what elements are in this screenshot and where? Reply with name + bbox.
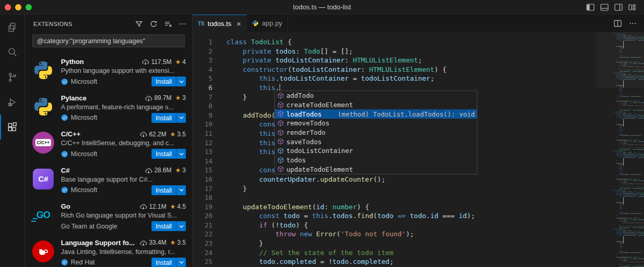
star-icon: ★ xyxy=(170,203,176,210)
minimap-slider[interactable] xyxy=(596,32,644,88)
extension-row[interactable]: Python117.5M★4Python language support wi… xyxy=(25,53,192,89)
line-number: 16 xyxy=(193,175,212,184)
downloads-icon xyxy=(140,131,147,137)
install-dropdown-button[interactable] xyxy=(176,149,186,159)
code-line[interactable]: 20 const todo = this.todos.find(todo => … xyxy=(193,211,596,221)
customize-layout-icon[interactable] xyxy=(628,3,637,11)
rating-value: 3 xyxy=(182,94,186,101)
minimap[interactable]: class TodoList { private todos: Todo[] =… xyxy=(596,32,644,267)
toggle-primary-sidebar-icon[interactable] xyxy=(586,3,595,11)
line-number: 25 xyxy=(193,257,212,266)
code-line[interactable]: 17 } xyxy=(193,184,596,194)
downloads-icon xyxy=(140,239,147,246)
chevron-down-icon xyxy=(179,188,184,192)
suggest-item[interactable]: removeTodos xyxy=(275,119,477,128)
extension-logo-icon: GO xyxy=(32,204,54,226)
sidebar-item-run-debug[interactable] xyxy=(0,90,24,115)
code-line[interactable]: 23 } xyxy=(193,239,596,248)
suggest-item[interactable]: createTodoElement xyxy=(275,100,477,110)
editor-more-actions-icon[interactable] xyxy=(629,20,637,27)
code-line[interactable]: 5 this.todoListContainer = todoListConta… xyxy=(193,74,596,83)
install-dropdown-button[interactable] xyxy=(176,258,186,267)
method-symbol-icon xyxy=(276,137,285,146)
install-button[interactable]: Install xyxy=(151,149,176,159)
suggest-item[interactable]: renderTodo xyxy=(275,128,477,137)
install-dropdown-button[interactable] xyxy=(176,77,186,86)
code-line[interactable]: 19 updateTodoElement(id: number) { xyxy=(193,202,596,212)
install-button[interactable]: Install xyxy=(151,113,176,123)
extension-row[interactable]: Language Support fo...33.4M★3.5Java Lint… xyxy=(25,234,192,267)
line-number: 11 xyxy=(193,129,212,138)
line-number: 6 xyxy=(193,83,212,93)
line-number: 22 xyxy=(193,230,212,239)
code-line[interactable]: 21 if (!todo) { xyxy=(193,221,596,230)
extension-logo-icon xyxy=(32,59,54,81)
extension-logo-icon: C/C++ xyxy=(32,132,54,154)
toggle-secondary-sidebar-icon[interactable] xyxy=(614,3,623,11)
install-split-button: Install xyxy=(151,185,186,195)
code-line[interactable]: 16 counterUpdater.updateCounter(); xyxy=(193,175,596,184)
extension-row[interactable]: GOGo12.1M★4.5Rich Go language support fo… xyxy=(25,197,192,234)
publisher-name: Go Team at Google xyxy=(61,223,117,230)
sidebar-title: EXTENSIONS xyxy=(33,21,72,27)
code-line[interactable]: 1class TodoList { xyxy=(193,37,596,47)
line-number: 3 xyxy=(193,56,212,65)
download-count: 33.4M xyxy=(149,239,166,246)
zoom-window-button[interactable] xyxy=(26,4,32,10)
field-symbol-icon xyxy=(276,156,285,164)
extension-row[interactable]: C/C++C/C++62.2M★3.5C/C++ IntelliSense, d… xyxy=(25,125,192,161)
extensions-search-input[interactable] xyxy=(33,37,184,45)
install-button[interactable]: Install xyxy=(151,185,176,195)
chevron-down-icon xyxy=(179,80,184,83)
install-dropdown-button[interactable] xyxy=(176,113,186,123)
tab-todos-ts[interactable]: TS todos.ts × xyxy=(193,15,247,32)
close-tab-icon[interactable]: × xyxy=(236,19,241,28)
extension-name: Python xyxy=(61,58,84,66)
code-line[interactable]: 24 // Set the state of the todo item xyxy=(193,248,596,258)
suggest-item-label: loadTodos xyxy=(286,110,322,118)
sidebar-item-explorer[interactable] xyxy=(0,15,24,40)
extension-row[interactable]: C#C#28.6M★3Base language support for C#.… xyxy=(25,161,192,198)
publisher-name: Microsoft xyxy=(71,78,97,85)
code-line[interactable]: 25 todo.completed = !todo.completed; xyxy=(193,257,596,266)
tab-app-py[interactable]: app.py xyxy=(247,15,288,32)
suggest-item[interactable]: updateTodoElement xyxy=(275,165,477,174)
install-dropdown-button[interactable] xyxy=(176,221,186,231)
rating-value: 3.5 xyxy=(177,131,186,138)
code-line[interactable]: 22 throw new Error('Todo not found'); xyxy=(193,230,596,239)
install-button[interactable]: Install xyxy=(151,258,176,267)
clear-search-results-icon[interactable] xyxy=(164,20,172,28)
downloads-icon xyxy=(145,95,153,101)
install-dropdown-button[interactable] xyxy=(176,185,186,195)
suggest-item[interactable]: saveTodos xyxy=(275,137,477,146)
sidebar-item-source-control[interactable] xyxy=(0,65,24,90)
activity-bar xyxy=(0,15,25,267)
filter-icon[interactable] xyxy=(135,20,143,28)
close-window-button[interactable] xyxy=(5,4,11,10)
method-symbol-icon xyxy=(276,129,285,137)
sidebar-item-search[interactable] xyxy=(0,40,24,65)
star-icon: ★ xyxy=(175,167,181,174)
sidebar-item-extensions[interactable] xyxy=(0,115,24,139)
install-button[interactable]: Install xyxy=(151,221,176,231)
download-count: 12.1M xyxy=(149,203,166,210)
suggest-item[interactable]: todoListContainer xyxy=(275,146,477,156)
code-line[interactable]: 18 xyxy=(193,193,596,202)
code-line[interactable]: 2 private todos: Todo[] = []; xyxy=(193,47,596,56)
toggle-panel-icon[interactable] xyxy=(600,3,609,11)
code-line[interactable]: 3 private todoListContainer: HTMLUListEl… xyxy=(193,56,596,65)
refresh-icon[interactable] xyxy=(149,20,158,28)
suggest-item[interactable]: addTodo xyxy=(275,91,477,100)
install-button[interactable]: Install xyxy=(151,77,176,86)
split-editor-icon[interactable] xyxy=(614,20,622,27)
minimize-window-button[interactable] xyxy=(15,4,21,10)
suggest-item[interactable]: todos xyxy=(275,156,477,165)
extension-description: Python language support with extensi... xyxy=(61,67,186,74)
suggest-item[interactable]: loadTodos(method) TodoList.loadTodos(): … xyxy=(275,109,477,119)
extension-name: Pylance xyxy=(61,94,86,102)
verified-publisher-icon xyxy=(61,114,68,121)
extension-row[interactable]: Pylance89.7M★3A performant, feature-rich… xyxy=(25,89,192,125)
more-actions-icon[interactable] xyxy=(179,20,187,28)
line-number: 14 xyxy=(193,157,212,166)
code-line[interactable]: 4 constructor(todoListContainer: HTMLULi… xyxy=(193,65,596,74)
